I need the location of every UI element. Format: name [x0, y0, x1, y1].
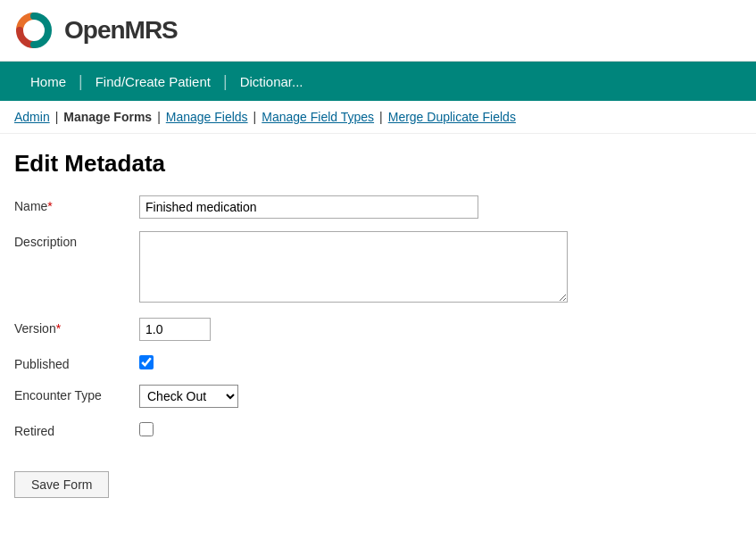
breadcrumb-sep-3: | [253, 110, 257, 124]
nav-sep-2: | [223, 72, 228, 91]
published-checkbox[interactable] [139, 355, 154, 369]
logo-icon [11, 7, 57, 54]
save-form-button[interactable]: Save Form [14, 471, 109, 498]
published-row: Published [14, 353, 742, 372]
breadcrumb: Admin | Manage Forms | Manage Fields | M… [0, 101, 756, 134]
encounter-type-row: Encounter Type Check Out Clinic Return I… [14, 385, 742, 408]
retired-row: Retired [14, 420, 742, 439]
published-label: Published [14, 353, 139, 371]
description-input[interactable] [139, 231, 568, 303]
header: OpenMRS [0, 0, 756, 62]
nav-find-create-patient[interactable]: Find/Create Patient [83, 74, 223, 89]
description-control [139, 231, 742, 305]
nav-home[interactable]: Home [18, 74, 79, 89]
breadcrumb-sep-4: | [379, 110, 383, 124]
save-row: Save Form [14, 457, 742, 498]
version-row: Version* [14, 318, 742, 341]
logo-area: OpenMRS [11, 7, 178, 54]
encounter-type-label: Encounter Type [14, 385, 139, 402]
version-input[interactable] [139, 318, 211, 341]
breadcrumb-manage-forms: Manage Forms [63, 110, 152, 124]
retired-label: Retired [14, 420, 139, 438]
name-input[interactable] [139, 195, 478, 219]
breadcrumb-merge-duplicate-fields[interactable]: Merge Duplicate Fields [388, 110, 516, 124]
svg-point-0 [27, 23, 41, 37]
nav-sep-1: | [79, 72, 83, 91]
form-area: Name* Description Version* Published Enc… [0, 187, 756, 516]
breadcrumb-sep-1: | [55, 110, 59, 124]
breadcrumb-manage-field-types[interactable]: Manage Field Types [262, 110, 374, 124]
version-control [139, 318, 742, 341]
nav-dictionary[interactable]: Dictionar... [228, 74, 316, 89]
app-name: OpenMRS [64, 16, 178, 45]
name-required-star: * [47, 199, 52, 213]
version-required-star: * [56, 321, 61, 336]
name-control [139, 195, 742, 219]
page-title: Edit Metadata [0, 134, 756, 187]
retired-control [139, 420, 742, 439]
description-label: Description [14, 231, 139, 249]
name-row: Name* [14, 195, 742, 219]
name-label: Name* [14, 195, 139, 213]
nav-bar: Home | Find/Create Patient | Dictionar..… [0, 62, 756, 101]
breadcrumb-sep-2: | [157, 110, 161, 124]
retired-checkbox[interactable] [139, 422, 154, 436]
published-control [139, 353, 742, 372]
encounter-type-select[interactable]: Check Out Clinic Return Initial Transfer [139, 385, 238, 408]
breadcrumb-admin[interactable]: Admin [14, 110, 50, 124]
breadcrumb-manage-fields[interactable]: Manage Fields [166, 110, 248, 124]
encounter-type-control: Check Out Clinic Return Initial Transfer [139, 385, 742, 408]
description-row: Description [14, 231, 742, 305]
version-label: Version* [14, 318, 139, 336]
